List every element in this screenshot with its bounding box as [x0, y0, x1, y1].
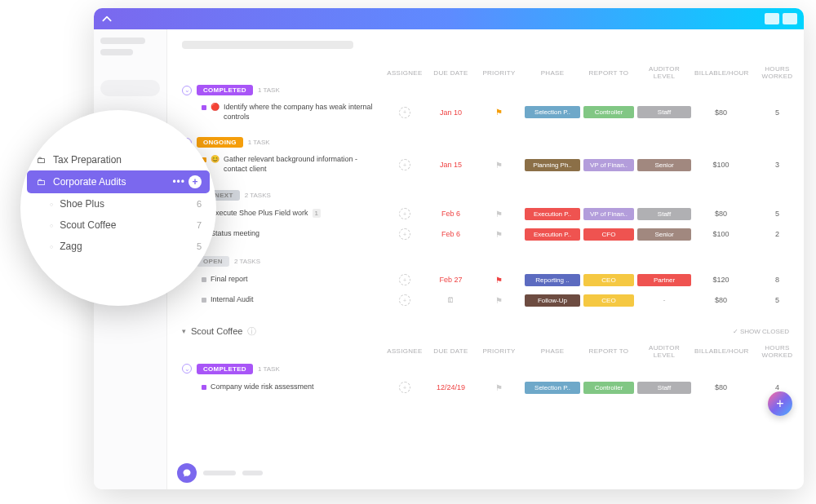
- col-duedate[interactable]: DUE DATE: [428, 347, 473, 355]
- col-assignee[interactable]: ASSIGNEE: [384, 69, 425, 77]
- task-name[interactable]: Final report: [211, 275, 248, 285]
- assignee-avatar[interactable]: +: [399, 228, 410, 240]
- phase-tag[interactable]: Execution P..: [525, 208, 580, 220]
- add-list-button[interactable]: +: [188, 175, 202, 188]
- reportto-tag[interactable]: CEO: [583, 274, 634, 286]
- task-name[interactable]: Status meeting: [211, 229, 259, 239]
- auditor-empty[interactable]: -: [637, 296, 691, 304]
- window-max-button[interactable]: [783, 13, 797, 24]
- task-name[interactable]: Company wide risk assessment: [211, 382, 314, 392]
- more-icon[interactable]: •••: [172, 176, 185, 188]
- task-row[interactable]: Company wide risk assessment + 12/24/19 …: [182, 378, 789, 398]
- auditor-tag[interactable]: Staff: [637, 382, 691, 394]
- due-date-empty[interactable]: 🗓: [428, 296, 473, 304]
- task-row[interactable]: 😊 Gather relevant background information…: [182, 151, 789, 178]
- status-pill-completed[interactable]: COMPLETED: [197, 85, 253, 95]
- phase-tag[interactable]: Selection P..: [525, 106, 580, 118]
- status-completed-header[interactable]: ⌄ COMPLETED 1 TASK: [182, 85, 789, 95]
- reportto-tag[interactable]: CEO: [583, 294, 634, 307]
- col-reportto[interactable]: REPORT TO: [583, 347, 634, 355]
- task-name[interactable]: Identify where the company has weak inte…: [224, 103, 381, 122]
- col-phase[interactable]: PHASE: [525, 347, 580, 355]
- sidebar-item-corporate-audits[interactable]: 🗀 Corporate Audits ••• +: [27, 170, 210, 193]
- phase-tag[interactable]: Planning Ph..: [525, 159, 580, 171]
- priority-flag[interactable]: ⚑: [477, 161, 521, 170]
- task-row[interactable]: Status meeting + Feb 6 ⚑ Execution P.. C…: [182, 224, 789, 245]
- phase-tag[interactable]: Follow-Up: [525, 294, 580, 307]
- due-date[interactable]: Feb 27: [428, 276, 473, 284]
- sidebar-item-zagg[interactable]: ○ Zagg 5: [27, 236, 210, 257]
- priority-flag[interactable]: ⚑: [477, 230, 521, 239]
- task-row[interactable]: Execute Shoe Plus Field work 1 + Feb 6 ⚑…: [182, 204, 789, 224]
- assignee-avatar[interactable]: +: [399, 159, 410, 170]
- task-row[interactable]: Final report + Feb 27 ⚑ Reporting .. CEO…: [182, 270, 789, 290]
- auditor-tag[interactable]: Staff: [637, 106, 691, 118]
- list-group-header[interactable]: ▾ Scout Coffee ⓘ ✓ SHOW CLOSED: [182, 325, 789, 338]
- col-auditor[interactable]: AUDITOR LEVEL: [637, 65, 691, 80]
- auditor-tag[interactable]: Senior: [637, 159, 691, 171]
- reportto-tag[interactable]: VP of Finan..: [583, 159, 634, 171]
- chat-button[interactable]: [177, 463, 197, 483]
- chevron-down-icon[interactable]: ⌄: [182, 86, 192, 95]
- due-date[interactable]: Feb 6: [428, 230, 473, 238]
- chevron-down-icon[interactable]: ⌄: [182, 364, 192, 374]
- status-pill-ongoing[interactable]: ONGOING: [197, 137, 243, 148]
- due-date[interactable]: Jan 10: [428, 108, 473, 117]
- task-name[interactable]: Gather relevant background information -…: [224, 155, 381, 174]
- collapse-caret-icon[interactable]: ▾: [182, 327, 186, 335]
- phase-tag[interactable]: Selection P..: [525, 382, 580, 394]
- show-closed-toggle[interactable]: ✓ SHOW CLOSED: [733, 328, 789, 335]
- task-row[interactable]: 🔴 Identify where the company has weak in…: [182, 99, 789, 126]
- priority-flag[interactable]: ⚑: [477, 276, 521, 285]
- status-completed-header[interactable]: ⌄ COMPLETED 1 TASK: [182, 364, 789, 374]
- task-row[interactable]: Internal Audit + 🗓 ⚑ Follow-Up CEO - $80…: [182, 290, 789, 311]
- sidebar-item-tax-prep[interactable]: 🗀 Tax Preparation: [27, 149, 210, 170]
- reportto-tag[interactable]: VP of Finan..: [583, 208, 634, 220]
- col-reportto[interactable]: REPORT TO: [583, 69, 634, 77]
- group-title[interactable]: Scout Coffee: [191, 326, 242, 336]
- col-phase[interactable]: PHASE: [525, 69, 580, 77]
- sidebar-search-input[interactable]: [100, 80, 160, 96]
- status-ongoing-header[interactable]: ⌄ ONGOING 1 TASK: [182, 137, 789, 148]
- auditor-tag[interactable]: Senior: [637, 228, 691, 241]
- phase-tag[interactable]: Reporting ..: [525, 274, 580, 286]
- reportto-tag[interactable]: Controller: [583, 382, 634, 394]
- priority-flag[interactable]: ⚑: [477, 210, 521, 219]
- assignee-avatar[interactable]: +: [399, 107, 410, 118]
- col-hours[interactable]: HOURS WORKED: [751, 344, 804, 359]
- priority-flag[interactable]: ⚑: [477, 383, 521, 392]
- col-assignee[interactable]: ASSIGNEE: [384, 347, 425, 355]
- task-name[interactable]: Execute Shoe Plus Field work: [211, 209, 308, 219]
- group-info-icon[interactable]: ⓘ: [247, 325, 256, 338]
- task-name[interactable]: Internal Audit: [211, 295, 254, 305]
- col-rate[interactable]: BILLABLE/HOUR: [694, 347, 747, 355]
- reportto-tag[interactable]: CFO: [583, 228, 634, 241]
- phase-tag[interactable]: Execution P..: [525, 228, 580, 241]
- status-upnext-header[interactable]: ⌄ UP NEXT 2 TASKS: [182, 190, 789, 201]
- col-rate[interactable]: BILLABLE/HOUR: [694, 69, 747, 77]
- sidebar-item-scout-coffee[interactable]: ○ Scout Coffee 7: [27, 214, 210, 236]
- assignee-avatar[interactable]: +: [399, 274, 410, 285]
- due-date[interactable]: 12/24/19: [428, 383, 473, 391]
- status-pill-completed[interactable]: COMPLETED: [197, 364, 253, 374]
- auditor-tag[interactable]: Partner: [637, 274, 691, 286]
- assignee-avatar[interactable]: +: [399, 382, 410, 393]
- priority-flag[interactable]: ⚑: [477, 108, 521, 117]
- assignee-avatar[interactable]: +: [399, 294, 410, 306]
- subtask-badge[interactable]: 1: [313, 209, 321, 218]
- col-priority[interactable]: PRIORITY: [477, 69, 521, 77]
- col-hours[interactable]: HOURS WORKED: [751, 65, 804, 80]
- due-date[interactable]: Feb 6: [428, 210, 473, 218]
- col-auditor[interactable]: AUDITOR LEVEL: [637, 344, 691, 359]
- col-priority[interactable]: PRIORITY: [477, 347, 521, 355]
- col-duedate[interactable]: DUE DATE: [428, 69, 473, 77]
- assignee-avatar[interactable]: +: [399, 208, 410, 219]
- due-date[interactable]: Jan 15: [428, 161, 473, 169]
- auditor-tag[interactable]: Staff: [637, 208, 691, 220]
- sidebar-item-shoe-plus[interactable]: ○ Shoe Plus 6: [27, 193, 210, 214]
- reportto-tag[interactable]: Controller: [583, 106, 634, 118]
- status-open-header[interactable]: ⌄ OPEN 2 TASKS: [182, 256, 789, 267]
- fab-add-button[interactable]: +: [768, 391, 792, 416]
- priority-flag[interactable]: ⚑: [477, 296, 521, 305]
- window-min-button[interactable]: [765, 13, 779, 24]
